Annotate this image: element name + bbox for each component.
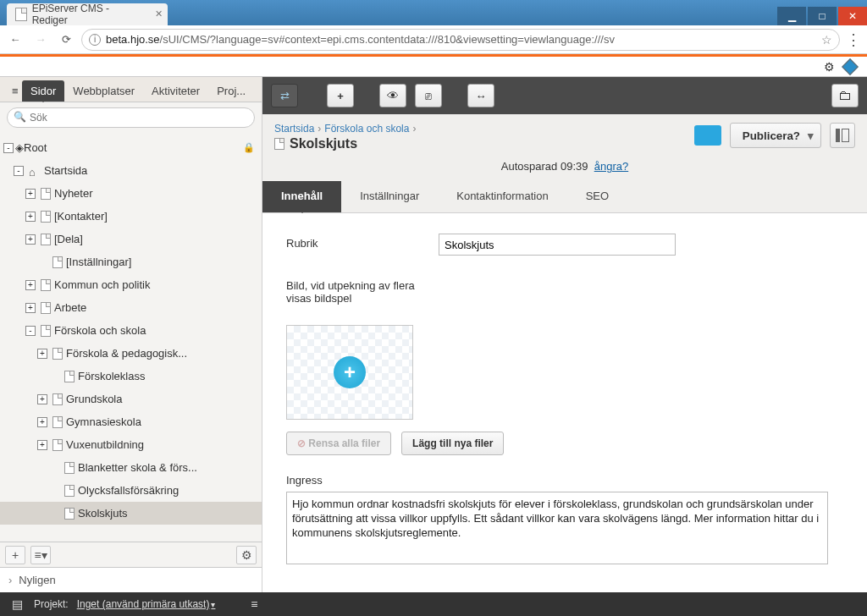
header-row: Startsida › Förskola och skola › Skolskj… xyxy=(262,114,867,157)
tree-item[interactable]: Skolskjuts xyxy=(0,502,262,525)
field-ingress-textarea[interactable]: Hjo kommun ordnar kostnadsfri skolskjuts… xyxy=(286,492,828,564)
new-tab-button[interactable] xyxy=(759,7,777,25)
tree-label: Vuxenutbildning xyxy=(66,438,255,451)
tree-item[interactable]: +[Dela] xyxy=(0,228,262,250)
assets-button[interactable]: 🗀 xyxy=(831,84,859,107)
url-field[interactable]: i beta.hjo.se/sUI/CMS/?language=sv#conte… xyxy=(81,29,840,51)
tree-item[interactable]: +Arbete xyxy=(0,296,262,319)
form-tab-contact[interactable]: Kontaktinformation xyxy=(438,181,566,212)
page-icon xyxy=(64,371,75,382)
toggle-icon[interactable]: + xyxy=(37,417,47,427)
editor-pane: ⇄ + 👁 ⎚ ↔ 🗀 Startsida › Förskola och sko… xyxy=(262,77,867,592)
add-page-button[interactable]: + xyxy=(5,546,25,564)
list-view-button[interactable]: ≡▾ xyxy=(30,546,51,564)
tree-label: Arbete xyxy=(54,301,255,314)
toggle-icon xyxy=(49,463,59,473)
tree-item[interactable]: Förskoleklass xyxy=(0,365,262,388)
chevron-right-icon: › xyxy=(8,574,12,586)
page-icon xyxy=(41,188,51,200)
tree-item[interactable]: -Förskola och skola xyxy=(0,319,262,342)
page-icon xyxy=(64,508,75,520)
page-icon xyxy=(52,256,63,268)
publish-button[interactable]: Publicera? xyxy=(730,123,821,148)
pin-icon[interactable] xyxy=(842,58,859,75)
tree-item[interactable]: -⌂Startsida xyxy=(0,159,262,182)
form-tab-settings[interactable]: Inställningar xyxy=(341,181,438,212)
tree-toggle-button[interactable]: ⇄ xyxy=(271,84,298,107)
footer-list-icon[interactable]: ≡ xyxy=(246,597,262,611)
toggle-icon[interactable]: + xyxy=(25,303,36,313)
tree-item[interactable]: +[Kontakter] xyxy=(0,205,262,228)
tree-item[interactable]: +Vuxenutbildning xyxy=(0,433,262,456)
toggle-icon[interactable]: + xyxy=(25,212,36,222)
add-content-button[interactable]: + xyxy=(327,84,354,107)
form-tab-content[interactable]: Innehåll xyxy=(262,181,341,212)
crumb-home[interactable]: Startsida xyxy=(274,123,314,135)
field-ingress-label: Ingress xyxy=(286,474,843,487)
tree-item[interactable]: +Förskola & pedagogisk... xyxy=(0,342,262,365)
toggle-icon[interactable]: + xyxy=(25,234,36,245)
browser-tab[interactable]: EPiServer CMS - Rediger ✕ xyxy=(7,3,168,25)
page-icon xyxy=(64,462,75,474)
reload-button[interactable]: ⟳ xyxy=(56,33,76,46)
tree-root[interactable]: - ◈ Root 🔒 xyxy=(0,136,262,159)
nav-forward-button[interactable]: → xyxy=(30,30,51,50)
toggle-icon[interactable]: + xyxy=(37,440,47,450)
bookmark-star-icon[interactable]: ☆ xyxy=(821,33,832,47)
preview-button[interactable]: 👁 xyxy=(379,84,406,107)
sidebar-tab-pages[interactable]: Sidor xyxy=(22,80,64,102)
recent-panel-toggle[interactable]: › Nyligen xyxy=(0,567,262,592)
crumb-section[interactable]: Förskola och skola xyxy=(324,123,409,135)
image-dropzone[interactable]: + xyxy=(286,325,413,420)
project-selector[interactable]: Inget (använd primära utkast)▾ xyxy=(77,598,216,610)
toggle-icon[interactable]: + xyxy=(25,189,36,199)
tab-close-icon[interactable]: ✕ xyxy=(155,8,163,19)
window-close-button[interactable]: ✕ xyxy=(838,7,867,25)
layout-toggle-button[interactable] xyxy=(830,123,855,148)
window-minimize-button[interactable]: ▁ xyxy=(777,7,806,25)
compare-button[interactable]: ⎚ xyxy=(415,84,442,107)
settings-gear-icon[interactable]: ⚙ xyxy=(824,60,835,74)
sidebar-tab-sites[interactable]: Webbplatser xyxy=(64,80,143,102)
tree-label: Nyheter xyxy=(54,187,255,200)
toggle-icon[interactable]: + xyxy=(37,349,47,359)
tree-item[interactable]: Olycksfallsförsäkring xyxy=(0,479,262,502)
sidebar-tab-projects[interactable]: Proj... xyxy=(208,80,254,102)
form-tab-seo[interactable]: SEO xyxy=(567,181,627,212)
tree-item[interactable]: [Inställningar] xyxy=(0,250,262,273)
footer-menu-icon[interactable]: ▤ xyxy=(8,597,25,611)
nav-back-button[interactable]: ← xyxy=(5,30,25,50)
window-maximize-button[interactable]: □ xyxy=(808,7,837,25)
page-icon xyxy=(52,393,63,405)
tree-item[interactable]: +Nyheter xyxy=(0,182,262,205)
comment-button[interactable] xyxy=(694,125,721,146)
add-files-button[interactable]: Lägg till nya filer xyxy=(401,432,504,455)
window-controls: ▁ □ ✕ xyxy=(759,7,867,25)
breadcrumbs: Startsida › Förskola och skola › xyxy=(274,123,694,135)
sidebar-hamburger-icon[interactable]: ≡ xyxy=(3,80,22,102)
site-info-icon[interactable]: i xyxy=(89,34,101,46)
tree-item[interactable]: +Grundskola xyxy=(0,388,262,410)
tab-title: EPiServer CMS - Rediger xyxy=(32,3,144,26)
toggle-icon[interactable]: - xyxy=(25,326,36,336)
toggle-icon[interactable]: + xyxy=(25,280,36,290)
tree-label: [Kontakter] xyxy=(54,210,255,223)
sidebar-tab-activities[interactable]: Aktiviteter xyxy=(143,80,208,102)
browser-menu-button[interactable]: ⋮ xyxy=(845,30,862,49)
lock-icon: 🔒 xyxy=(243,142,255,153)
crumb-sep-icon: › xyxy=(318,123,321,135)
sidebar-search-input[interactable] xyxy=(7,107,255,128)
tree-item[interactable]: +Kommun och politik xyxy=(0,273,262,296)
toggle-icon[interactable]: - xyxy=(14,166,24,176)
view-mode-button[interactable]: ↔ xyxy=(467,84,494,107)
toggle-icon[interactable]: - xyxy=(3,143,14,153)
page-icon xyxy=(64,485,75,497)
field-image-label: Bild, vid utpekning av flera visas bilds… xyxy=(286,276,439,305)
field-heading-input[interactable] xyxy=(439,234,676,256)
undo-link[interactable]: ångra? xyxy=(594,160,628,173)
tree-item[interactable]: Blanketter skola & förs... xyxy=(0,456,262,479)
tree-item[interactable]: +Gymnasieskola xyxy=(0,410,262,433)
tree-label: Kommun och politik xyxy=(54,278,255,291)
toggle-icon[interactable]: + xyxy=(37,394,47,404)
sidebar-gear-button[interactable]: ⚙ xyxy=(236,546,257,564)
